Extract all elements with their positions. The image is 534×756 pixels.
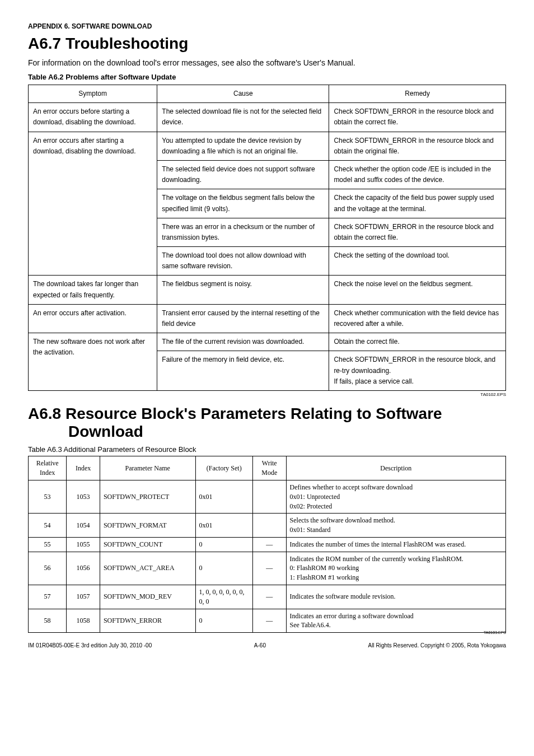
col-cause: Cause — [157, 85, 329, 103]
table-row: 58 1058 SOFTDWN_ERROR 0 — Indicates an e… — [29, 609, 506, 633]
cell-cause: The file of the current revision was dow… — [157, 333, 329, 351]
cell-idx: 1054 — [67, 514, 100, 538]
cell-desc: Selects the software download method. 0x… — [286, 514, 505, 538]
table-row: An error occurs after starting a downloa… — [29, 132, 506, 160]
table-header-row: Symptom Cause Remedy — [29, 85, 506, 103]
cell-idx: 1058 — [67, 609, 100, 633]
cell-remedy: Check the capacity of the field bus powe… — [329, 189, 506, 218]
table-header-row: Relative Index Index Parameter Name (Fac… — [29, 456, 506, 480]
cell-wm: — — [252, 585, 286, 609]
cell-wm — [252, 480, 286, 513]
cell-symptom: An error occurs before starting a downlo… — [29, 103, 157, 132]
cell-cause: Transient error caused by the internal r… — [157, 304, 329, 333]
table-row: An error occurs before starting a downlo… — [29, 103, 506, 132]
cell-name: SOFTDWN_ERROR — [100, 609, 195, 633]
table-row: 55 1055 SOFTDWN_COUNT 0 — Indicates the … — [29, 537, 506, 552]
cell-remedy: Check SOFTDWN_ERROR in the resource bloc… — [329, 132, 506, 160]
cell-desc: Indicates the number of times the intern… — [286, 537, 505, 552]
cell-wm: — — [252, 552, 286, 585]
table-row: An error occurs after activation. Transi… — [29, 304, 506, 333]
table-row: 53 1053 SOFTDWN_PROTECT 0x01 Defines whe… — [29, 480, 506, 513]
section-a6-7-title: A6.7 Troubleshooting — [28, 35, 506, 53]
section-a6-8-title: A6.8 Resource Block's Parameters Relatin… — [28, 405, 506, 441]
cell-remedy: Check whether communication with the fie… — [329, 304, 506, 333]
table-a6-2-caption: Table A6.2 Problems after Software Updat… — [28, 73, 506, 81]
cell-cause: The selected field device does not suppo… — [157, 160, 329, 189]
table-row: The download takes far longer than expec… — [29, 276, 506, 304]
cell-name: SOFTDWN_COUNT — [100, 537, 195, 552]
cell-cause: You attempted to update the device revis… — [157, 132, 329, 160]
footer-mid: A-60 — [152, 642, 368, 648]
appendix-header: APPENDIX 6. SOFTWARE DOWNLOAD — [28, 22, 506, 30]
cell-desc: Indicates an error during a software dow… — [286, 609, 505, 633]
cell-symptom: An error occurs after activation. — [29, 304, 157, 333]
cell-remedy: Obtain the correct file. — [329, 333, 506, 351]
cell-remedy: Check SOFTDWN_ERROR in the resource bloc… — [329, 103, 506, 132]
col-remedy: Remedy — [329, 85, 506, 103]
cell-idx: 1057 — [67, 585, 100, 609]
table-row: 54 1054 SOFTDWN_FORMAT 0x01 Selects the … — [29, 514, 506, 538]
col-parameter-name: Parameter Name — [100, 456, 195, 480]
cell-fs: 0 — [195, 609, 252, 633]
page-footer: IM 01R04B05-00E-E 3rd edition July 30, 2… — [28, 642, 506, 648]
cell-wm: — — [252, 537, 286, 552]
cell-cause: There was an error in a checksum or the … — [157, 218, 329, 246]
cell-rel: 57 — [29, 585, 67, 609]
table-row: 57 1057 SOFTDWN_MOD_REV 1, 0, 0, 0, 0, 0… — [29, 585, 506, 609]
cell-wm: — — [252, 609, 286, 633]
cell-name: SOFTDWN_PROTECT — [100, 480, 195, 513]
cell-symptom: The new software does not work after the… — [29, 333, 157, 391]
cell-symptom: An error occurs after starting a downloa… — [29, 132, 157, 276]
cell-idx: 1053 — [67, 480, 100, 513]
cell-fs: 0x01 — [195, 480, 252, 513]
cell-cause: The fieldbus segment is noisy. — [157, 276, 329, 304]
cell-desc: Indicates the software module revision. — [286, 585, 505, 609]
col-description: Description — [286, 456, 505, 480]
cell-name: SOFTDWN_FORMAT — [100, 514, 195, 538]
cell-fs: 0 — [195, 552, 252, 585]
intro-text: For information on the download tool's e… — [28, 58, 506, 67]
cell-remedy: Check the noise level on the fieldbus se… — [329, 276, 506, 304]
problems-table: Symptom Cause Remedy An error occurs bef… — [28, 85, 506, 391]
cell-idx: 1056 — [67, 552, 100, 585]
cell-name: SOFTDWN_MOD_REV — [100, 585, 195, 609]
cell-cause: Failure of the memory in field device, e… — [157, 351, 329, 391]
col-symptom: Symptom — [29, 85, 157, 103]
cell-remedy: Check SOFTDWN_ERROR in the resource bloc… — [329, 351, 506, 391]
cell-rel: 54 — [29, 514, 67, 538]
col-relative-index: Relative Index — [29, 456, 67, 480]
cell-fs: 0 — [195, 537, 252, 552]
cell-rel: 58 — [29, 609, 67, 633]
cell-desc: Indicates the ROM number of the currentl… — [286, 552, 505, 585]
table-a6-3-caption: Table A6.3 Additional Parameters of Reso… — [28, 445, 506, 454]
cell-symptom: The download takes far longer than expec… — [29, 276, 157, 304]
cell-cause: The selected download file is not for th… — [157, 103, 329, 132]
cell-cause: The voltage on the fieldbus segment fall… — [157, 189, 329, 218]
cell-rel: 53 — [29, 480, 67, 513]
cell-fs: 0x01 — [195, 514, 252, 538]
cell-remedy: Check the setting of the download tool. — [329, 247, 506, 276]
table-row: 56 1056 SOFTDWN_ACT_AREA 0 — Indicates t… — [29, 552, 506, 585]
table-row: The new software does not work after the… — [29, 333, 506, 351]
cell-wm — [252, 514, 286, 538]
eps-label-2: TA0103.EPS — [28, 631, 506, 634]
col-write-mode: Write Mode — [252, 456, 286, 480]
footer-right: All Rights Reserved. Copyright © 2005, R… — [368, 642, 506, 648]
eps-label: TA0102.EPS — [28, 392, 506, 397]
col-index: Index — [67, 456, 100, 480]
cell-idx: 1055 — [67, 537, 100, 552]
params-table: Relative Index Index Parameter Name (Fac… — [28, 456, 506, 633]
cell-remedy: Check SOFTDWN_ERROR in the resource bloc… — [329, 218, 506, 246]
cell-rel: 55 — [29, 537, 67, 552]
cell-fs: 1, 0, 0, 0, 0, 0, 0, 0, 0 — [195, 585, 252, 609]
cell-cause: The download tool does not allow downloa… — [157, 247, 329, 276]
cell-name: SOFTDWN_ACT_AREA — [100, 552, 195, 585]
footer-left: IM 01R04B05-00E-E 3rd edition July 30, 2… — [28, 642, 152, 648]
col-factory-set: (Factory Set) — [195, 456, 252, 480]
cell-desc: Defines whether to accept software downl… — [286, 480, 505, 513]
cell-remedy: Check whether the option code /EE is inc… — [329, 160, 506, 189]
cell-rel: 56 — [29, 552, 67, 585]
